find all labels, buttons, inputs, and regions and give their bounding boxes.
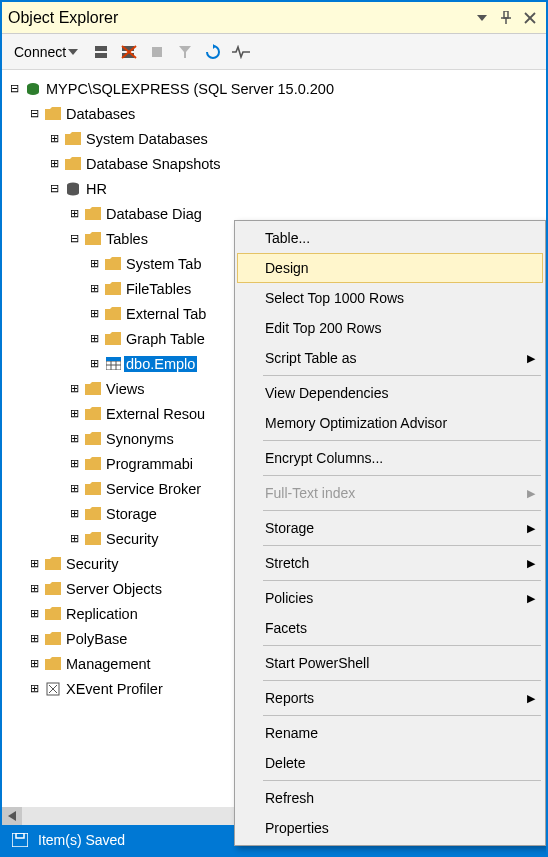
folder-icon: [44, 655, 62, 673]
menu-start-powershell[interactable]: Start PowerShell: [237, 648, 543, 678]
svg-rect-27: [106, 357, 121, 361]
tree-sysdb-node[interactable]: ⊞ System Databases: [2, 126, 546, 151]
menu-refresh[interactable]: Refresh: [237, 783, 543, 813]
menu-encrypt-columns[interactable]: Encrypt Columns...: [237, 443, 543, 473]
collapse-icon[interactable]: ⊟: [26, 106, 42, 122]
chevron-right-icon: ▶: [527, 557, 535, 570]
disconnect-server-icon[interactable]: [118, 41, 140, 63]
expand-icon[interactable]: ⊞: [86, 356, 102, 372]
panel-title-bar: Object Explorer: [2, 2, 546, 34]
context-menu: Table... Design Select Top 1000 Rows Edi…: [234, 220, 546, 846]
activity-monitor-icon[interactable]: [230, 41, 252, 63]
scroll-left-icon[interactable]: [2, 807, 22, 825]
expand-icon[interactable]: ⊞: [86, 256, 102, 272]
menu-fulltext-index: Full-Text index▶: [237, 478, 543, 508]
menu-separator: [263, 715, 541, 716]
security-label: Security: [64, 556, 120, 572]
expand-icon[interactable]: ⊞: [46, 156, 62, 172]
storage-label: Storage: [104, 506, 159, 522]
filter-icon: [174, 41, 196, 63]
folder-icon: [44, 555, 62, 573]
collapse-icon[interactable]: ⊟: [46, 181, 62, 197]
expand-icon[interactable]: ⊞: [66, 531, 82, 547]
programmability-label: Programmabi: [104, 456, 195, 472]
folder-icon: [84, 430, 102, 448]
folder-icon: [44, 105, 62, 123]
menu-policies[interactable]: Policies▶: [237, 583, 543, 613]
menu-memory-optimization[interactable]: Memory Optimization Advisor: [237, 408, 543, 438]
expand-icon[interactable]: ⊞: [86, 331, 102, 347]
svg-rect-32: [12, 833, 28, 847]
expand-icon[interactable]: ⊞: [46, 131, 62, 147]
menu-reports[interactable]: Reports▶: [237, 683, 543, 713]
expand-icon[interactable]: ⊞: [26, 556, 42, 572]
menu-separator: [263, 780, 541, 781]
expand-icon[interactable]: ⊞: [66, 506, 82, 522]
collapse-icon[interactable]: ⊟: [6, 81, 22, 97]
connect-server-icon[interactable]: [90, 41, 112, 63]
expand-icon[interactable]: ⊞: [26, 681, 42, 697]
expand-icon[interactable]: ⊞: [66, 481, 82, 497]
exttables-label: External Tab: [124, 306, 208, 322]
menu-view-dependencies[interactable]: View Dependencies: [237, 378, 543, 408]
folder-icon: [64, 155, 82, 173]
menu-delete[interactable]: Delete: [237, 748, 543, 778]
systables-label: System Tab: [124, 256, 204, 272]
server-label: MYPC\SQLEXPRESS (SQL Server 15.0.200: [44, 81, 336, 97]
menu-select-top-1000[interactable]: Select Top 1000 Rows: [237, 283, 543, 313]
tree-server-node[interactable]: ⊟ MYPC\SQLEXPRESS (SQL Server 15.0.200: [2, 76, 546, 101]
folder-icon: [84, 530, 102, 548]
menu-separator: [263, 510, 541, 511]
expand-icon[interactable]: ⊞: [86, 281, 102, 297]
expand-icon[interactable]: ⊞: [26, 656, 42, 672]
folder-icon: [104, 305, 122, 323]
collapse-icon[interactable]: ⊟: [66, 231, 82, 247]
snapshots-label: Database Snapshots: [84, 156, 223, 172]
dropdown-icon[interactable]: [472, 8, 492, 28]
menu-design[interactable]: Design: [237, 253, 543, 283]
tree-databases-node[interactable]: ⊟ Databases: [2, 101, 546, 126]
pin-icon[interactable]: [496, 8, 516, 28]
chevron-right-icon: ▶: [527, 352, 535, 365]
menu-separator: [263, 375, 541, 376]
chevron-right-icon: ▶: [527, 592, 535, 605]
toolbar: Connect: [2, 34, 546, 70]
svg-point-21: [67, 190, 79, 195]
expand-icon[interactable]: ⊞: [66, 206, 82, 222]
expand-icon[interactable]: ⊞: [26, 581, 42, 597]
refresh-icon[interactable]: [202, 41, 224, 63]
expand-icon[interactable]: ⊞: [26, 631, 42, 647]
connect-button[interactable]: Connect: [8, 42, 84, 62]
menu-stretch[interactable]: Stretch▶: [237, 548, 543, 578]
menu-storage[interactable]: Storage▶: [237, 513, 543, 543]
folder-icon: [84, 505, 102, 523]
expand-icon[interactable]: ⊞: [66, 431, 82, 447]
expand-icon[interactable]: ⊞: [66, 456, 82, 472]
close-icon[interactable]: [520, 8, 540, 28]
menu-properties[interactable]: Properties: [237, 813, 543, 843]
menu-new-table[interactable]: Table...: [237, 223, 543, 253]
folder-icon: [44, 605, 62, 623]
svg-rect-7: [95, 46, 107, 51]
expand-icon[interactable]: ⊞: [86, 306, 102, 322]
menu-rename[interactable]: Rename: [237, 718, 543, 748]
expand-icon[interactable]: ⊞: [66, 406, 82, 422]
menu-edit-top-200[interactable]: Edit Top 200 Rows: [237, 313, 543, 343]
tree-snapshots-node[interactable]: ⊞ Database Snapshots: [2, 151, 546, 176]
graphtables-label: Graph Table: [124, 331, 207, 347]
menu-script-table-as[interactable]: Script Table as▶: [237, 343, 543, 373]
status-save-icon: [12, 833, 28, 847]
menu-separator: [263, 645, 541, 646]
menu-separator: [263, 475, 541, 476]
expand-icon[interactable]: ⊞: [66, 381, 82, 397]
tree-hr-node[interactable]: ⊟ HR: [2, 176, 546, 201]
folder-icon: [84, 480, 102, 498]
chevron-right-icon: ▶: [527, 692, 535, 705]
menu-facets[interactable]: Facets: [237, 613, 543, 643]
expand-icon[interactable]: ⊞: [26, 606, 42, 622]
svg-rect-1: [504, 11, 508, 18]
svg-marker-0: [477, 15, 487, 21]
stop-icon: [146, 41, 168, 63]
views-label: Views: [104, 381, 146, 397]
status-text: Item(s) Saved: [38, 832, 125, 848]
